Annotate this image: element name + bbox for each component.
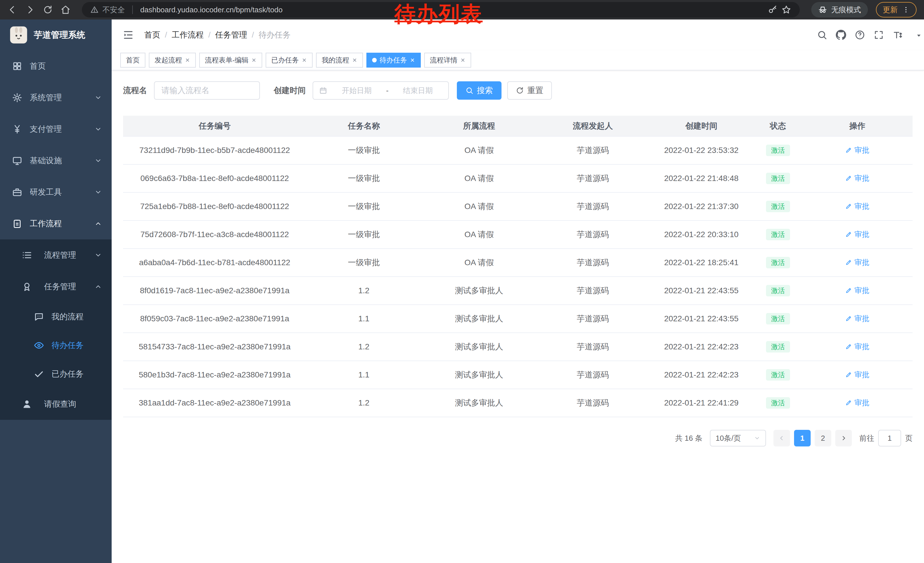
tab-start-process[interactable]: 发起流程 [149,53,196,68]
table-row: 8f0d1619-7ac8-11ec-a9e2-a2380e71991a 1.2… [123,277,912,305]
status-badge: 激活 [766,201,790,212]
reset-button[interactable]: 重置 [507,81,552,100]
help-icon[interactable] [855,30,865,40]
cell-action: 审批 [802,277,912,305]
sidebar-item-todo-task[interactable]: 待办任务 [0,331,112,360]
sidebar-item-label: 请假查询 [44,399,76,410]
dashboard-icon [12,61,22,71]
sidebar-item-label: 已办任务 [51,369,84,380]
sidebar-item-home[interactable]: 首页 [0,50,112,82]
cell-created: 2022-01-22 23:53:32 [649,136,754,164]
chat-icon [34,312,44,322]
breadcrumb-task-management[interactable]: 任务管理 [215,30,248,41]
status-badge: 激活 [766,173,790,184]
cell-process: 测试多审批人 [422,333,537,361]
close-icon[interactable] [251,57,256,63]
approve-link[interactable]: 审批 [845,342,869,352]
approve-link[interactable]: 审批 [845,230,869,239]
cell-created: 2022-01-22 21:48:48 [649,164,754,192]
date-range-picker[interactable]: 开始日期 - 结束日期 [313,81,449,100]
caret-down-icon[interactable] [915,32,922,39]
task-table: 任务编号 任务名称 所属流程 流程发起人 创建时间 状态 操作 73211d9d… [123,116,912,417]
sidebar-item-payment[interactable]: 支付管理 [0,113,112,145]
approve-link[interactable]: 审批 [845,398,869,408]
cell-task-name: 1.2 [306,333,422,361]
approve-link[interactable]: 审批 [845,145,869,155]
close-icon[interactable] [185,57,190,63]
tab-todo-task[interactable]: 待办任务 [366,53,421,68]
approve-link[interactable]: 审批 [845,201,869,211]
tab-my-process[interactable]: 我的流程 [316,53,363,68]
browser-menu-dots-icon[interactable] [902,6,910,14]
forward-button[interactable] [25,5,35,15]
pencil-icon [845,231,852,238]
col-task-name: 任务名称 [306,116,422,136]
goto-page: 前往 页 [859,430,912,446]
active-dot [372,58,377,62]
back-button[interactable] [8,5,17,15]
cell-initiator: 芋道源码 [537,333,649,361]
approve-link[interactable]: 审批 [845,257,869,267]
sidebar-item-label: 工作流程 [30,218,62,229]
tab-done-task[interactable]: 已办任务 [266,53,313,68]
date-separator: - [386,86,389,95]
col-status: 状态 [754,116,802,136]
col-action: 操作 [802,116,912,136]
sidebar-item-system[interactable]: 系统管理 [0,82,112,113]
sidebar-item-infrastructure[interactable]: 基础设施 [0,145,112,176]
next-page-button[interactable] [835,430,852,446]
update-button[interactable]: 更新 [876,2,916,18]
cell-task-id: a6aba0a4-7b6d-11ec-b781-acde48001122 [123,249,306,277]
close-icon[interactable] [352,57,357,63]
home-button[interactable] [61,5,70,15]
reload-button[interactable] [43,5,52,15]
status-badge: 激活 [766,257,790,268]
sidebar-collapse-icon[interactable] [123,29,134,41]
goto-page-input[interactable] [878,430,901,446]
sidebar-item-task-management[interactable]: 任务管理 [0,271,112,302]
list-icon [22,250,32,260]
approve-link[interactable]: 审批 [845,314,869,324]
pencil-icon [845,315,852,322]
fullscreen-icon[interactable] [874,30,884,40]
cell-task-id: 8f059c03-7ac8-11ec-a9e2-a2380e71991a [123,305,306,333]
cell-task-id: 725a1eb6-7b88-11ec-8ef0-acde48001122 [123,192,306,221]
search-icon[interactable] [817,30,827,40]
tab-process-form-edit[interactable]: 流程表单-编辑 [199,53,262,68]
github-icon[interactable] [836,30,846,40]
cell-task-id: 8f0d1619-7ac8-11ec-a9e2-a2380e71991a [123,277,306,305]
approve-link[interactable]: 审批 [845,285,869,296]
page-size-select[interactable]: 10条/页 [710,430,766,446]
sidebar-item-leave-query[interactable]: 请假查询 [0,388,112,420]
sidebar-item-dev-tools[interactable]: 研发工具 [0,176,112,208]
page-button-1[interactable]: 1 [794,430,811,446]
sidebar-item-done-task[interactable]: 已办任务 [0,360,112,388]
close-icon[interactable] [410,57,415,63]
prev-page-button[interactable] [773,430,790,446]
close-icon[interactable] [302,57,307,63]
close-icon[interactable] [460,57,465,63]
approve-link[interactable]: 审批 [845,370,869,380]
search-button[interactable]: 搜索 [457,81,501,100]
breadcrumb-home[interactable]: 首页 [144,30,160,41]
status-badge: 激活 [766,145,790,156]
bookmark-star-icon[interactable] [782,5,791,15]
font-size-icon[interactable] [892,30,903,40]
tab-process-detail[interactable]: 流程详情 [424,53,471,68]
incognito-label: 无痕模式 [831,5,861,15]
tab-home[interactable]: 首页 [120,53,146,68]
task-table-body: 73211d9d-7b9b-11ec-b5b7-acde48001122 一级审… [123,136,912,417]
pencil-icon [845,175,852,182]
pencil-icon [845,287,852,294]
sidebar-item-my-process[interactable]: 我的流程 [0,302,112,331]
sidebar-item-process-management[interactable]: 流程管理 [0,239,112,271]
process-name-input[interactable] [154,81,260,100]
approve-link[interactable]: 审批 [845,173,869,183]
cell-process: OA 请假 [422,136,537,164]
cell-created: 2022-01-21 22:42:23 [649,361,754,389]
sidebar-item-workflow[interactable]: 工作流程 [0,208,112,239]
page-button-2[interactable]: 2 [814,430,831,446]
breadcrumb-workflow[interactable]: 工作流程 [172,30,204,41]
table-row: 580e1b3d-7ac8-11ec-a9e2-a2380e71991a 1.1… [123,361,912,389]
password-key-icon[interactable] [768,5,777,15]
